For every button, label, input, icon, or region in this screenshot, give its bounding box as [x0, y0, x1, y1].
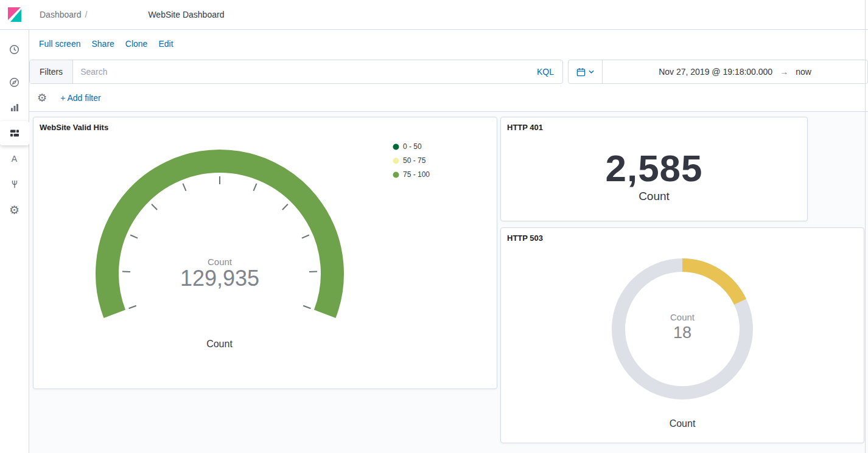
- date-range-display: Nov 27, 2019 @ 19:18:00.000 → now: [603, 60, 867, 83]
- top-bar: Dashboard / WebSite Dashboard: [0, 0, 868, 30]
- bar-chart-icon: [10, 103, 19, 112]
- metric-label: Count: [639, 190, 670, 203]
- gauge-value: 129,935: [180, 266, 259, 291]
- goal-metric-label: Count: [670, 312, 695, 322]
- search-control: Filters KQL: [29, 60, 563, 84]
- filter-actions-row: ⚙ + Add filter: [29, 84, 868, 112]
- panel-title: HTTP 503: [501, 228, 864, 244]
- legend-item[interactable]: 75 - 100: [393, 170, 430, 179]
- panel-http-503: HTTP 503 Count 18 Count: [500, 227, 864, 443]
- kibana-logo[interactable]: [0, 0, 29, 29]
- page-title: WebSite Dashboard: [148, 10, 224, 19]
- dashboard-grid-icon: [10, 128, 19, 138]
- gauge-legend: 0 - 50 50 - 75 75 - 100: [393, 142, 430, 179]
- kibana-logo-icon: [7, 7, 23, 22]
- edit-button[interactable]: Edit: [158, 39, 173, 49]
- kql-button[interactable]: KQL: [528, 60, 562, 83]
- gear-icon: ⚙: [9, 204, 19, 216]
- date-range-start[interactable]: Nov 27, 2019 @ 19:18:00.000: [659, 67, 772, 77]
- panel-title: HTTP 401: [501, 117, 807, 134]
- clone-button[interactable]: Clone: [125, 39, 148, 49]
- letter-a-icon: A: [12, 154, 17, 164]
- filter-options-gear-icon[interactable]: ⚙: [37, 92, 47, 103]
- legend-dot: [393, 144, 399, 150]
- sidebar-item-discover[interactable]: [0, 70, 29, 94]
- sidebar-item-visualize[interactable]: [0, 95, 29, 120]
- legend-dot: [393, 157, 399, 164]
- gauge-chart: Count 129,935 Count: [33, 134, 405, 387]
- goal-chart: Count 18 Count: [501, 244, 864, 441]
- legend-dot: [393, 171, 399, 178]
- legend-item[interactable]: 0 - 50: [393, 142, 430, 151]
- legend-label: 0 - 50: [403, 142, 422, 151]
- clock-icon: [9, 44, 19, 55]
- gauge-svg: Count 129,935: [89, 134, 351, 337]
- kibana-app: Dashboard / WebSite Dashboard: [0, 0, 868, 453]
- goal-axis-label: Count: [670, 418, 696, 429]
- breadcrumb-dashboard-link[interactable]: Dashboard: [40, 10, 82, 19]
- legend-label: 50 - 75: [403, 156, 425, 165]
- gauge-axis-label: Count: [206, 339, 233, 350]
- time-picker: Nov 27, 2019 @ 19:18:00.000 → now: [568, 60, 868, 84]
- metric-value: 2,585: [605, 150, 702, 187]
- chevron-down-icon: [589, 70, 594, 74]
- goal-arc: [682, 265, 740, 302]
- dashboard-top-nav: Full screen Share Clone Edit: [29, 30, 868, 57]
- legend-item[interactable]: 50 - 75: [393, 156, 430, 165]
- search-input[interactable]: [73, 60, 528, 83]
- panel-website-valid-hits: WebSite Valid Hits Count 129,935 Count: [33, 117, 497, 389]
- sidebar-item-management[interactable]: ⚙: [0, 198, 29, 222]
- sidebar-item-app-a[interactable]: A: [0, 147, 29, 171]
- scrollbar[interactable]: [865, 0, 866, 453]
- goal-svg: Count 18: [600, 247, 765, 411]
- query-bar: Filters KQL Nov 27,: [29, 60, 868, 84]
- filters-button[interactable]: Filters: [30, 60, 73, 83]
- add-filter-button[interactable]: + Add filter: [60, 93, 101, 103]
- full-screen-button[interactable]: Full screen: [39, 39, 80, 49]
- dashboard-content: WebSite Valid Hits Count 129,935 Count: [29, 112, 868, 453]
- metric-chart: 2,585 Count: [501, 134, 807, 219]
- fork-icon: [10, 179, 19, 189]
- calendar-dropdown-button[interactable]: [569, 60, 603, 83]
- calendar-icon: [576, 67, 586, 77]
- breadcrumb-separator: /: [85, 10, 88, 19]
- arrow-right-icon: →: [780, 67, 788, 77]
- sidebar-item-dev-tools[interactable]: [0, 172, 29, 196]
- panel-http-401: HTTP 401 2,585 Count: [500, 117, 808, 221]
- panel-title: WebSite Valid Hits: [33, 117, 497, 134]
- share-button[interactable]: Share: [91, 39, 114, 49]
- goal-value: 18: [673, 323, 691, 342]
- breadcrumb: Dashboard / WebSite Dashboard: [29, 10, 224, 19]
- sidebar-nav: A ⚙: [0, 30, 29, 453]
- date-range-end[interactable]: now: [796, 67, 811, 77]
- sidebar-item-recently-viewed[interactable]: [0, 37, 29, 61]
- sidebar-item-dashboard[interactable]: [0, 121, 29, 145]
- legend-label: 75 - 100: [403, 170, 430, 179]
- compass-icon: [9, 77, 19, 88]
